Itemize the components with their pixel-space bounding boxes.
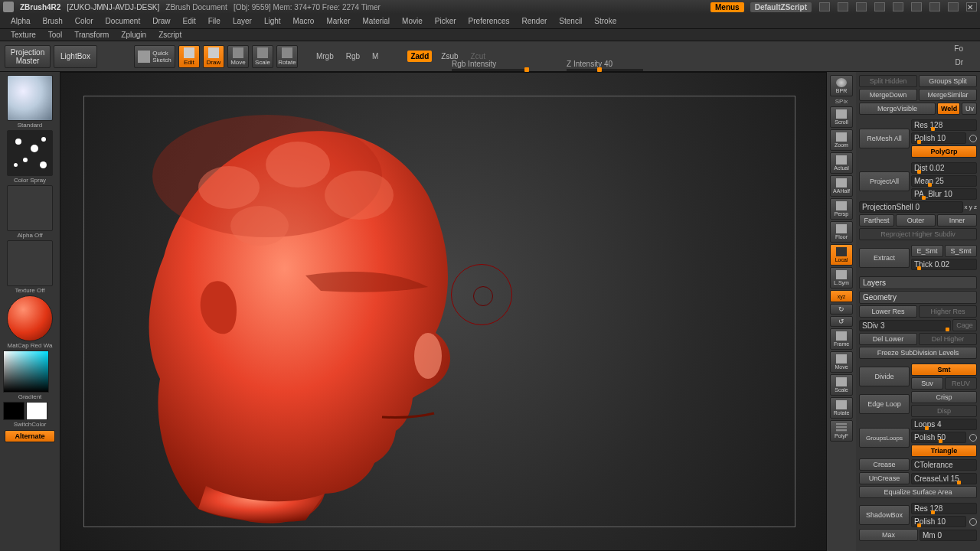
menu-macro[interactable]: Macro [287,15,321,27]
local-button[interactable]: Local [830,244,853,266]
ssmt-button[interactable]: S_Smt [945,245,977,257]
edgeloop-button[interactable]: Edge Loop [859,394,910,414]
menu-marker[interactable]: Marker [320,15,356,27]
creaselvl-slider[interactable]: CreaseLvl 15 [911,473,977,484]
menu-transform[interactable]: Transform [68,30,115,40]
mrgb-toggle[interactable]: Mrgb [313,51,337,62]
remesh-polish-slider[interactable]: Polish 10 [911,132,966,144]
menu-zplugin[interactable]: Zplugin [115,30,152,40]
triangle-button[interactable]: Triangle [911,445,977,457]
material-swatch[interactable]: MatCap Red Wa [3,295,57,349]
project-all-button[interactable]: ProjectAll [859,171,910,191]
scale-mode-button[interactable]: Scale [252,45,273,68]
persp-button[interactable]: Persp [830,198,853,220]
cage-button[interactable]: Cage [952,319,977,331]
menu-texture[interactable]: Texture [5,30,42,40]
outer-button[interactable]: Outer [896,214,936,227]
uv-button[interactable]: Uv [962,103,977,115]
sb-polish-circle-icon[interactable] [969,518,977,526]
polygrp-button[interactable]: PolyGrp [911,145,977,158]
menu-movie[interactable]: Movie [396,15,429,27]
weld-button[interactable]: Weld [937,103,960,115]
bpr-button[interactable]: BPR [830,75,853,96]
mean-slider[interactable]: Mean 25 [911,175,977,187]
actual-button[interactable]: Actual [830,152,853,174]
ctolerance-slider[interactable]: CTolerance [911,459,977,471]
groups-split-button[interactable]: Groups Split [919,75,977,87]
loops-slider[interactable]: Loops 4 [911,419,977,430]
reuv-button[interactable]: ReUV [945,377,977,390]
switch-color[interactable] [3,402,57,420]
m-toggle[interactable]: M [369,51,381,62]
win-btn-3[interactable] [856,2,867,11]
win-btn-5[interactable] [893,2,903,11]
win-btn-2[interactable] [838,2,848,11]
split-hidden-button[interactable]: Split Hidden [859,75,917,87]
alternate-button[interactable]: Alternate [5,430,55,442]
zadd-toggle[interactable]: Zadd [407,51,432,62]
remesh-all-button[interactable]: ReMesh All [859,129,910,148]
menu-brush[interactable]: Brush [37,15,69,27]
inner-button[interactable]: Inner [937,214,977,227]
extract-button[interactable]: Extract [859,248,910,268]
max-button[interactable]: Max [859,529,918,541]
draw-mode-button[interactable]: Draw [203,45,224,68]
shadowbox-res-slider[interactable]: Res 128 [911,503,977,514]
suv-button[interactable]: Suv [911,377,943,390]
merge-visible-button[interactable]: MergeVisible [859,103,936,115]
win-min[interactable] [929,2,940,11]
equalize-button[interactable]: Equalize Surface Area [859,486,977,498]
merge-similar-button[interactable]: MergeSimilar [919,89,977,101]
win-btn-6[interactable] [911,2,922,11]
uncrease-button[interactable]: UnCrease [859,472,910,484]
menu-layer[interactable]: Layer [227,15,258,27]
crisp-button[interactable]: Crisp [911,391,977,403]
rgb-toggle[interactable]: Rgb [343,51,363,62]
menu-edit[interactable]: Edit [177,15,202,27]
rot-z-button[interactable]: ↺ [830,316,853,327]
scroll-button[interactable]: Scroll [830,106,853,128]
freeze-subdiv-button[interactable]: Freeze SubDivision Levels [859,347,977,359]
menu-color[interactable]: Color [69,15,100,27]
frame-button[interactable]: Frame [830,328,853,350]
lsym-button[interactable]: L.Sym [830,267,853,289]
quick-sketch-button[interactable]: Quick Sketch [134,45,175,68]
default-zscript-button[interactable]: DefaultZScript [750,2,812,12]
projection-shell-slider[interactable]: ProjectionShell 0 [859,201,963,213]
del-higher-button[interactable]: Del Higher [919,333,977,345]
color-picker[interactable]: Gradient [3,350,57,400]
rotate-mode-button[interactable]: Rotate [276,45,298,68]
higher-res-button[interactable]: Higher Res [919,305,977,318]
menu-file[interactable]: File [202,15,227,27]
esmt-button[interactable]: E_Smt [911,245,943,257]
polish50-circle-icon[interactable] [969,434,977,442]
projection-master-button[interactable]: Projection Master [5,45,51,68]
menu-draw[interactable]: Draw [146,15,176,27]
menu-preferences[interactable]: Preferences [462,15,516,27]
mm-slider[interactable]: Mm 0 [920,530,977,541]
farthest-button[interactable]: Farthest [859,214,894,227]
disp-button[interactable]: Disp [911,405,977,417]
shadowbox-button[interactable]: ShadowBox [859,505,910,525]
edit-mode-button[interactable]: Edit [178,45,200,68]
geometry-header[interactable]: Geometry [859,291,977,304]
floor-button[interactable]: Floor [830,221,853,243]
menu-zscript[interactable]: Zscript [152,30,188,40]
menu-document[interactable]: Document [100,15,147,27]
del-lower-button[interactable]: Del Lower [859,333,917,345]
win-close[interactable]: ✕ [966,2,977,11]
brush-swatch[interactable]: Standard [3,75,57,129]
win-btn-4[interactable] [874,2,885,11]
menus-button[interactable]: Menus [710,2,744,12]
focal-label[interactable]: Fo [954,44,963,53]
rot-y-button[interactable]: ↻ [830,304,853,315]
menu-light[interactable]: Light [258,15,287,27]
nav-rotate-button[interactable]: Rotate [830,397,853,419]
smt-button[interactable]: Smt [911,364,977,376]
stroke-swatch[interactable]: Color Spray [3,130,57,184]
sdiv-slider[interactable]: SDiv 3 [859,320,951,331]
rgb-intensity-slider[interactable]: Rgb Intensity [452,60,528,71]
merge-down-button[interactable]: MergeDown [859,89,917,101]
polish50-slider[interactable]: Polish 50 [911,432,966,443]
menu-material[interactable]: Material [357,15,397,27]
